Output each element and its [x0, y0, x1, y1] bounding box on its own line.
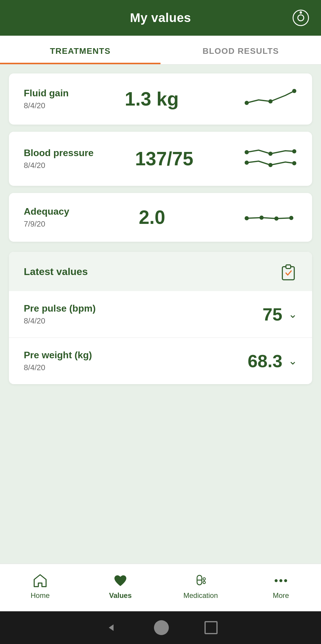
svg-point-24 — [279, 579, 282, 582]
fluid-gain-value: 1.3 kg — [125, 88, 179, 110]
svg-point-20 — [203, 578, 205, 580]
latest-values-section: Latest values Pre pulse (bpm) 8/4/20 75 … — [9, 252, 312, 384]
svg-point-15 — [289, 216, 293, 220]
nav-item-values[interactable]: Values — [80, 573, 160, 600]
blood-pressure-label: Blood pressure — [24, 147, 94, 158]
blood-pressure-chart — [244, 145, 297, 173]
svg-point-3 — [245, 101, 249, 105]
pre-weight-value: 68.3 — [248, 351, 282, 371]
blood-pressure-card[interactable]: Blood pressure 8/4/20 137/75 — [9, 132, 312, 186]
adequacy-label: Adequacy — [24, 206, 69, 217]
back-button[interactable] — [103, 620, 118, 635]
svg-point-4 — [268, 99, 273, 103]
chevron-down-icon-2: ⌄ — [288, 355, 297, 367]
tab-bar: TREATMENTS BLOOD RESULTS — [0, 36, 321, 65]
adequacy-info: Adequacy 7/9/20 — [24, 206, 69, 229]
nav-home-label: Home — [31, 591, 50, 600]
svg-point-21 — [203, 581, 205, 584]
home-icon — [32, 573, 48, 588]
pre-pulse-date: 8/4/20 — [24, 316, 96, 326]
pre-pulse-value: 75 — [262, 304, 282, 325]
nav-medication-label: Medication — [183, 591, 218, 600]
tab-blood-results[interactable]: BLOOD RESULTS — [160, 36, 321, 64]
page-title: My values — [130, 11, 191, 25]
blood-pressure-date: 8/4/20 — [24, 161, 94, 170]
latest-values-header: Latest values — [9, 252, 312, 291]
pre-weight-date: 8/4/20 — [24, 363, 92, 372]
nav-item-home[interactable]: Home — [0, 573, 80, 600]
main-content: Fluid gain 8/4/20 1.3 kg Blood pressure … — [0, 65, 321, 564]
svg-rect-17 — [286, 265, 291, 268]
svg-point-2 — [300, 11, 302, 14]
nav-more-label: More — [273, 591, 289, 600]
fluid-gain-card[interactable]: Fluid gain 8/4/20 1.3 kg — [9, 73, 312, 125]
heart-icon — [113, 573, 128, 588]
svg-point-11 — [292, 161, 296, 165]
svg-point-10 — [268, 163, 273, 167]
svg-point-23 — [275, 579, 278, 582]
svg-point-9 — [245, 161, 249, 165]
recents-button[interactable] — [204, 621, 218, 634]
adequacy-chart — [244, 208, 297, 227]
adequacy-card[interactable]: Adequacy 7/9/20 2.0 — [9, 193, 312, 242]
blood-pressure-value: 137/75 — [135, 148, 193, 170]
svg-point-5 — [292, 89, 296, 93]
clipboard-icon[interactable] — [279, 263, 297, 280]
svg-point-7 — [268, 152, 273, 156]
svg-point-13 — [259, 216, 264, 220]
app-header: My values — [0, 0, 321, 36]
svg-point-14 — [274, 216, 278, 221]
more-icon — [273, 573, 289, 588]
fluid-gain-info: Fluid gain 8/4/20 — [24, 88, 69, 110]
svg-marker-26 — [109, 624, 114, 631]
system-bar — [0, 611, 321, 644]
svg-point-1 — [298, 15, 304, 21]
svg-point-6 — [245, 150, 249, 154]
nav-item-more[interactable]: More — [241, 573, 321, 600]
fluid-gain-chart — [244, 87, 297, 111]
pre-pulse-row[interactable]: Pre pulse (bpm) 8/4/20 75 ⌄ — [9, 291, 312, 338]
fluid-gain-label: Fluid gain — [24, 88, 69, 99]
home-button[interactable] — [154, 620, 169, 635]
blood-pressure-info: Blood pressure 8/4/20 — [24, 147, 94, 170]
nav-values-label: Values — [109, 591, 132, 600]
adequacy-date: 7/9/20 — [24, 219, 69, 229]
pre-weight-row[interactable]: Pre weight (kg) 8/4/20 68.3 ⌄ — [9, 338, 312, 384]
medication-icon — [193, 573, 208, 588]
adequacy-value: 2.0 — [139, 206, 165, 228]
latest-values-title: Latest values — [24, 266, 88, 277]
svg-point-25 — [284, 579, 287, 582]
svg-point-8 — [292, 149, 296, 153]
nav-item-medication[interactable]: Medication — [160, 573, 241, 600]
bottom-nav: Home Values Medication — [0, 564, 321, 611]
tab-treatments[interactable]: TREATMENTS — [0, 36, 160, 64]
fluid-gain-date: 8/4/20 — [24, 101, 69, 110]
pre-weight-label: Pre weight (kg) — [24, 350, 92, 361]
chevron-down-icon: ⌄ — [288, 308, 297, 321]
pre-pulse-label: Pre pulse (bpm) — [24, 303, 96, 314]
svg-point-12 — [245, 216, 249, 220]
settings-icon[interactable] — [292, 10, 309, 26]
